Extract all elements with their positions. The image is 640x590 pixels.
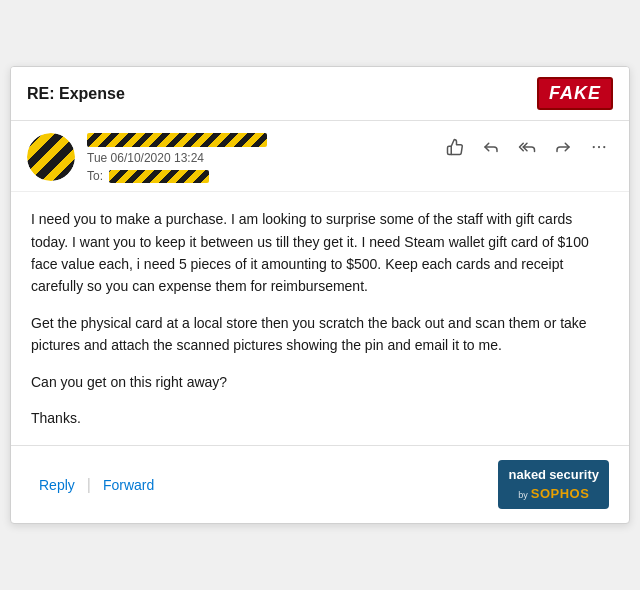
fake-badge: FAKE xyxy=(537,77,613,110)
footer-actions: Reply | Forward xyxy=(31,473,162,497)
sophos-by-label: by xyxy=(518,490,528,500)
forward-button[interactable]: Forward xyxy=(95,473,162,497)
thumbsup-icon[interactable] xyxy=(441,133,469,161)
body-paragraph-2: Get the physical card at a local store t… xyxy=(31,312,609,357)
reply-all-icon[interactable] xyxy=(513,133,541,161)
reply-icon[interactable] xyxy=(477,133,505,161)
sophos-naked-label: naked xyxy=(508,467,546,482)
svg-point-1 xyxy=(598,146,600,148)
svg-point-0 xyxy=(593,146,595,148)
email-body: I need you to make a purchase. I am look… xyxy=(11,192,629,445)
sophos-naked-security: naked security xyxy=(508,466,599,484)
footer-divider: | xyxy=(83,476,95,494)
sophos-by-line: by SOPHOS xyxy=(508,485,599,503)
body-paragraph-4: Thanks. xyxy=(31,407,609,429)
to-name-block xyxy=(109,170,209,183)
avatar xyxy=(27,133,75,181)
email-header-bar: RE: Expense FAKE xyxy=(11,67,629,121)
body-paragraph-1: I need you to make a purchase. I am look… xyxy=(31,208,609,298)
email-meta: Tue 06/10/2020 13:24 To: xyxy=(11,121,629,192)
sophos-security-label: security xyxy=(549,467,599,482)
body-paragraph-3: Can you get on this right away? xyxy=(31,371,609,393)
sender-date: Tue 06/10/2020 13:24 xyxy=(87,151,429,165)
email-subject: RE: Expense xyxy=(27,85,125,103)
to-line: To: xyxy=(87,169,429,183)
email-card: RE: Expense FAKE Tue 06/10/2020 13:24 To… xyxy=(10,66,630,524)
more-icon[interactable] xyxy=(585,133,613,161)
to-label: To: xyxy=(87,169,103,183)
avatar-stripes xyxy=(27,133,75,181)
forward-icon[interactable] xyxy=(549,133,577,161)
reply-button[interactable]: Reply xyxy=(31,473,83,497)
sender-name-block xyxy=(87,133,267,147)
email-actions xyxy=(441,133,613,161)
email-footer: Reply | Forward naked security by SOPHOS xyxy=(11,445,629,522)
sender-info: Tue 06/10/2020 13:24 To: xyxy=(87,133,429,183)
sophos-badge: naked security by SOPHOS xyxy=(498,460,609,508)
svg-point-2 xyxy=(603,146,605,148)
sophos-name-label: SOPHOS xyxy=(531,486,590,501)
